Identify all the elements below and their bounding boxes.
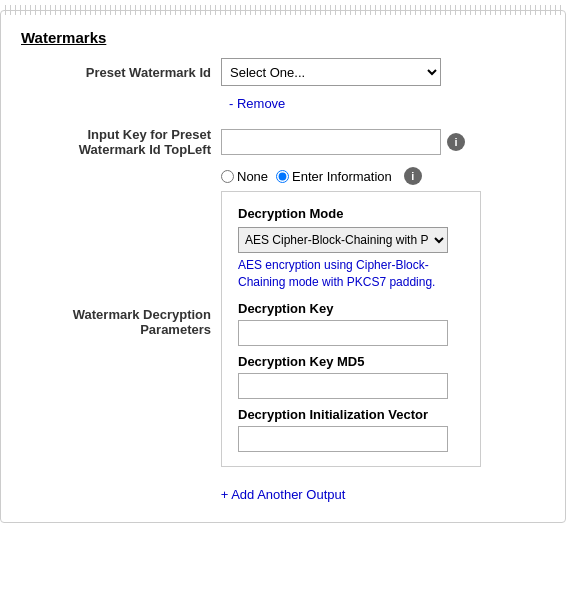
decryption-mode-description: AES encryption using Cipher-Block-Chaini… — [238, 257, 464, 291]
radio-enter[interactable] — [276, 170, 289, 183]
remove-row: - Remove — [225, 96, 545, 119]
preset-watermark-label: Preset Watermark Id — [21, 65, 221, 80]
input-key-field[interactable] — [221, 129, 441, 155]
remove-link[interactable]: - Remove — [229, 96, 285, 111]
decryption-key-label: Decryption Key — [238, 301, 464, 316]
radio-group-row: None Enter Information i — [221, 167, 545, 185]
radio-group: None Enter Information — [221, 169, 392, 184]
preset-watermark-select[interactable]: Select One... Option 1 Option 2 — [221, 58, 441, 86]
input-key-info-icon[interactable]: i — [447, 133, 465, 151]
decryption-key-md5-label: Decryption Key MD5 — [238, 354, 464, 369]
preset-watermark-row: Preset Watermark Id Select One... Option… — [21, 58, 545, 86]
add-output-link[interactable]: + Add Another Output — [21, 487, 545, 502]
watermark-decryption-label: Watermark Decryption Parameters — [21, 307, 221, 337]
watermark-decryption-controls: None Enter Information i Decryption Mode… — [221, 167, 545, 477]
decryption-iv-input[interactable] — [238, 426, 448, 452]
input-key-controls: i — [221, 129, 545, 155]
preset-watermark-controls: Select One... Option 1 Option 2 — [221, 58, 545, 86]
decryption-key-input[interactable] — [238, 320, 448, 346]
decryption-key-md5-input[interactable] — [238, 373, 448, 399]
radio-enter-label[interactable]: Enter Information — [276, 169, 392, 184]
decryption-mode-select[interactable]: AES Cipher-Block-Chaining with PKC… — [238, 227, 448, 253]
section-title: Watermarks — [21, 29, 545, 46]
decryption-mode-label: Decryption Mode — [238, 206, 464, 221]
input-key-row: Input Key for Preset Watermark Id TopLef… — [21, 127, 545, 157]
radio-none[interactable] — [221, 170, 234, 183]
input-key-label: Input Key for Preset Watermark Id TopLef… — [21, 127, 221, 157]
watermarks-panel: Watermarks Preset Watermark Id Select On… — [0, 10, 566, 523]
decryption-info-icon[interactable]: i — [404, 167, 422, 185]
watermark-decryption-row: Watermark Decryption Parameters None Ent… — [21, 167, 545, 477]
decryption-iv-label: Decryption Initialization Vector — [238, 407, 464, 422]
decryption-box: Decryption Mode AES Cipher-Block-Chainin… — [221, 191, 481, 467]
radio-none-label[interactable]: None — [221, 169, 268, 184]
